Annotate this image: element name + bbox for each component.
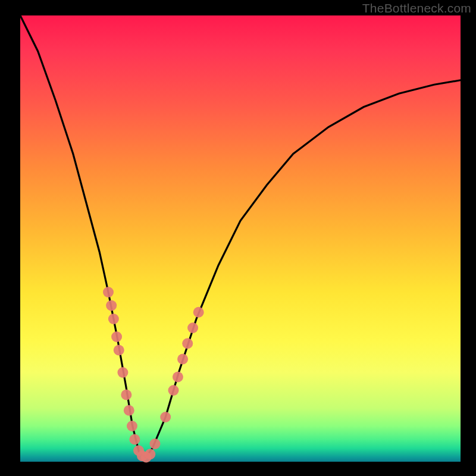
- marker-group: [103, 287, 204, 463]
- data-marker: [149, 439, 160, 449]
- data-marker: [168, 385, 179, 396]
- watermark-text: TheBottleneck.com: [362, 1, 471, 15]
- data-marker: [182, 338, 193, 349]
- data-marker: [106, 300, 117, 311]
- plot-area: [20, 15, 461, 462]
- data-marker: [177, 354, 188, 365]
- data-marker: [117, 367, 128, 378]
- data-marker: [114, 345, 124, 356]
- data-marker: [127, 421, 137, 431]
- data-marker: [193, 307, 204, 318]
- data-marker: [121, 390, 131, 400]
- data-marker: [124, 405, 134, 416]
- data-marker: [173, 372, 183, 383]
- bottleneck-curve: [20, 15, 461, 458]
- data-marker: [108, 314, 119, 324]
- data-marker: [111, 331, 122, 342]
- chart-frame: TheBottleneck.com: [0, 0, 476, 476]
- data-marker: [187, 322, 198, 333]
- data-marker: [160, 412, 171, 422]
- data-marker: [145, 449, 155, 459]
- data-marker: [129, 434, 140, 445]
- data-marker: [103, 287, 114, 298]
- curve-svg: [20, 15, 461, 462]
